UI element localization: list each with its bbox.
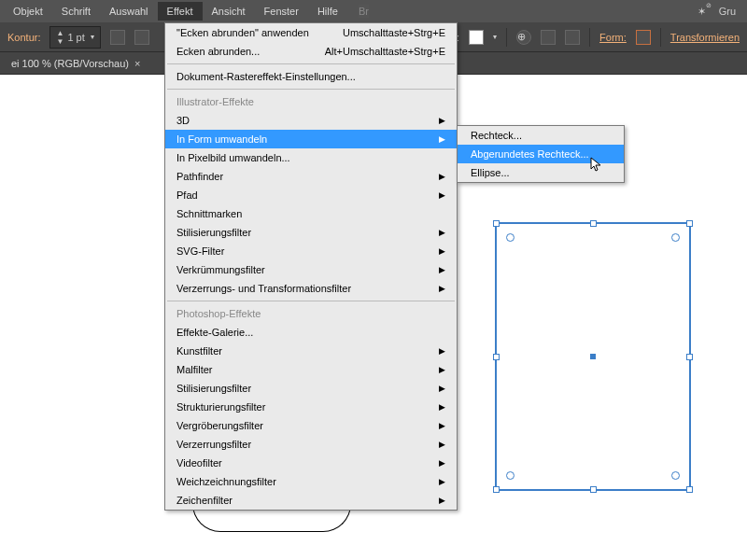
chevron-right-icon: ▶ xyxy=(439,402,445,412)
menu-effect-gallery[interactable]: Effekte-Galerie... xyxy=(165,323,457,342)
chevron-right-icon: ▶ xyxy=(439,384,445,393)
stroke-weight-input[interactable]: ▲▼1 pt▾ xyxy=(49,26,100,49)
submenu-rounded-rect[interactable]: Abgerundetes Rechteck... xyxy=(458,145,624,163)
handle-tc[interactable] xyxy=(590,220,597,227)
menu-pixelate[interactable]: Vergröberungsfilter▶ xyxy=(165,416,457,435)
menu-path[interactable]: Pfad▶ xyxy=(165,186,457,204)
handle-br[interactable] xyxy=(686,486,693,493)
handle-tl[interactable] xyxy=(493,220,500,227)
menu-sketch[interactable]: Zeichenfilter▶ xyxy=(165,491,457,510)
menu-auswahl[interactable]: Auswahl xyxy=(100,2,158,21)
menubar: Objekt Schrift Auswahl Effekt Ansicht Fe… xyxy=(0,0,747,22)
menu-distort[interactable]: Verzerrungs- und Transformationsfilter▶ xyxy=(165,279,457,298)
handle-ml[interactable] xyxy=(493,354,500,360)
chevron-right-icon: ▶ xyxy=(439,190,445,200)
handle-bl[interactable] xyxy=(493,486,500,493)
chevron-right-icon: ▶ xyxy=(439,496,445,505)
menu-cropmarks[interactable]: Schnittmarken xyxy=(165,204,457,223)
menu-blur[interactable]: Weichzeichnungsfilter▶ xyxy=(165,472,457,491)
menu-3d[interactable]: 3D▶ xyxy=(165,111,457,130)
document-tab[interactable]: ei 100 % (RGB/Vorschau) × xyxy=(4,54,148,73)
tab-close-icon[interactable]: × xyxy=(134,58,140,69)
tab-title: ei 100 % (RGB/Vorschau) xyxy=(11,58,129,69)
bridge-icon[interactable]: Br xyxy=(359,5,369,18)
chevron-right-icon: ▶ xyxy=(439,365,445,374)
selection-box[interactable] xyxy=(495,222,691,491)
effekt-dropdown: "Ecken abrunden" anwendenUmschalttaste+S… xyxy=(164,22,458,511)
chevron-right-icon: ▶ xyxy=(439,172,445,181)
menu-pathfinder[interactable]: Pathfinder▶ xyxy=(165,167,457,186)
menu-stylize-ps[interactable]: Stilisierungsfilter▶ xyxy=(165,379,457,398)
anchor-br[interactable] xyxy=(671,471,680,480)
form-link[interactable]: Form: xyxy=(599,32,627,43)
menu-distort-ps[interactable]: Verzerrungsfilter▶ xyxy=(165,435,457,454)
menu-texture[interactable]: Strukturierungsfilter▶ xyxy=(165,398,457,416)
menu-round-corners[interactable]: Ecken abrunden...Alt+Umschalttaste+Strg+… xyxy=(165,42,457,61)
chevron-right-icon: ▶ xyxy=(439,246,445,256)
menu-fenster[interactable]: Fenster xyxy=(255,2,308,21)
menu-video[interactable]: Videofilter▶ xyxy=(165,454,457,472)
stroke-profile-icon[interactable] xyxy=(134,30,149,45)
handle-tr[interactable] xyxy=(686,220,693,227)
chevron-right-icon: ▶ xyxy=(439,265,445,274)
menu-warp[interactable]: Verkrümmungsfilter▶ xyxy=(165,260,457,279)
chevron-right-icon: ▶ xyxy=(439,477,445,486)
notif-icon[interactable]: ✶⊘ xyxy=(698,6,706,18)
menu-schrift[interactable]: Schrift xyxy=(52,2,100,21)
menu-convert-shape[interactable]: In Form umwandeln▶ xyxy=(165,130,457,148)
anchor-tl[interactable] xyxy=(506,233,514,242)
chevron-right-icon: ▶ xyxy=(439,458,445,468)
chevron-right-icon: ▶ xyxy=(439,116,445,125)
chevron-right-icon: ▶ xyxy=(439,228,445,237)
stroke-dash-icon[interactable] xyxy=(110,30,125,45)
submenu-ellipse[interactable]: Ellipse... xyxy=(458,163,624,182)
shape-icon[interactable] xyxy=(636,30,651,45)
chevron-right-icon: ▶ xyxy=(439,346,445,356)
menu-ansicht[interactable]: Ansicht xyxy=(203,2,255,21)
menu-apply-effect[interactable]: "Ecken abrunden" anwendenUmschalttaste+S… xyxy=(165,23,457,42)
submenu-rectangle[interactable]: Rechteck... xyxy=(458,126,624,145)
prefs-icon[interactable] xyxy=(565,30,580,45)
menu-objekt[interactable]: Objekt xyxy=(4,2,52,21)
menu-artistic[interactable]: Kunstfilter▶ xyxy=(165,342,457,360)
handle-bc[interactable] xyxy=(590,486,597,493)
center-point[interactable] xyxy=(590,354,596,359)
menubar-right: ✶⊘ Gru xyxy=(698,6,743,18)
handle-mr[interactable] xyxy=(686,354,693,360)
menu-doc-raster[interactable]: Dokument-Rastereffekt-Einstellungen... xyxy=(165,67,457,86)
transform-link[interactable]: Transformieren xyxy=(670,32,740,43)
globe-icon[interactable]: ⊕ xyxy=(516,30,531,45)
chevron-right-icon: ▶ xyxy=(439,421,445,430)
doc-setup-icon[interactable] xyxy=(541,30,556,45)
menu-header-illustrator: Illustrator-Effekte xyxy=(165,92,457,111)
chevron-right-icon: ▶ xyxy=(439,134,445,144)
chevron-right-icon: ▶ xyxy=(439,440,445,449)
style-swatch[interactable] xyxy=(469,30,484,45)
menu-brush[interactable]: Malfilter▶ xyxy=(165,360,457,379)
anchor-tr[interactable] xyxy=(671,233,680,242)
menu-hilfe[interactable]: Hilfe xyxy=(308,2,347,21)
menu-header-photoshop: Photoshop-Effekte xyxy=(165,304,457,323)
menu-rasterize[interactable]: In Pixelbild umwandeln... xyxy=(165,148,457,167)
menu-svg-filter[interactable]: SVG-Filter▶ xyxy=(165,242,457,260)
menu-stylize[interactable]: Stilisierungsfilter▶ xyxy=(165,223,457,242)
anchor-bl[interactable] xyxy=(506,471,514,480)
kontur-label: Kontur: xyxy=(7,32,40,43)
menubar-icons: Br xyxy=(359,5,384,18)
chevron-right-icon: ▶ xyxy=(439,284,445,293)
menu-effekt[interactable]: Effekt xyxy=(158,2,203,21)
workspace-label[interactable]: Gru xyxy=(719,6,736,17)
convert-shape-submenu: Rechteck... Abgerundetes Rechteck... Ell… xyxy=(457,125,625,183)
